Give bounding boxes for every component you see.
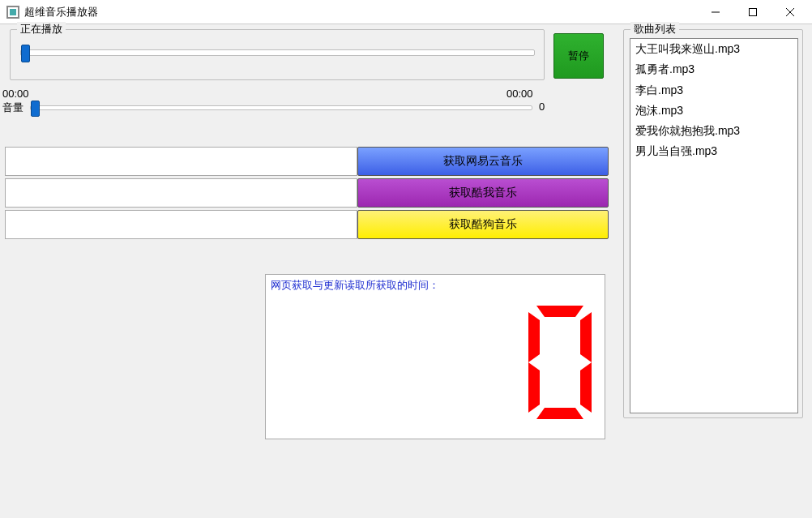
source-input-kuwo[interactable] bbox=[5, 178, 357, 208]
time-elapsed: 00:00 bbox=[2, 88, 29, 100]
list-item[interactable]: 爱我你就抱抱我.mp3 bbox=[630, 121, 797, 141]
fetch-kuwo-label: 获取酷我音乐 bbox=[449, 186, 517, 200]
list-item[interactable]: 泡沫.mp3 bbox=[630, 101, 797, 121]
svg-line-2 bbox=[786, 8, 794, 16]
app-icon bbox=[6, 6, 19, 19]
list-item[interactable]: 男儿当自强.mp3 bbox=[630, 141, 797, 161]
time-total: 00:00 bbox=[506, 88, 533, 100]
svg-marker-8 bbox=[580, 362, 592, 413]
list-item[interactable]: 大王叫我来巡山.mp3 bbox=[630, 39, 797, 59]
source-input-netease[interactable] bbox=[5, 147, 357, 176]
window-controls bbox=[697, 1, 809, 24]
timer-caption: 网页获取与更新读取所获取的时间： bbox=[271, 278, 439, 293]
source-input-kugou[interactable] bbox=[5, 210, 357, 239]
titlebar: 超维音乐播放器 bbox=[0, 0, 812, 24]
playback-progress-slider[interactable] bbox=[20, 49, 535, 56]
volume-slider-handle[interactable] bbox=[31, 101, 40, 117]
fetch-kugou-button[interactable]: 获取酷狗音乐 bbox=[357, 210, 609, 239]
minimize-button[interactable] bbox=[697, 1, 734, 24]
list-item[interactable]: 孤勇者.mp3 bbox=[630, 59, 797, 79]
svg-rect-1 bbox=[750, 8, 757, 15]
timer-panel: 网页获取与更新读取所获取的时间： bbox=[265, 274, 605, 439]
lcd-digit-display bbox=[525, 304, 595, 421]
now-playing-legend: 正在播放 bbox=[17, 22, 66, 36]
now-playing-group: 正在播放 bbox=[10, 29, 545, 80]
svg-marker-9 bbox=[536, 408, 583, 419]
fetch-netease-button[interactable]: 获取网易云音乐 bbox=[357, 147, 609, 176]
maximize-button[interactable] bbox=[734, 1, 771, 24]
client-area: 正在播放 暂停 00:00 00:00 音量 0 获取网易云音乐 获取酷我音乐 … bbox=[0, 24, 812, 518]
fetch-netease-label: 获取网易云音乐 bbox=[443, 154, 523, 169]
svg-marker-7 bbox=[528, 362, 540, 413]
svg-marker-5 bbox=[528, 312, 540, 362]
volume-label: 音量 bbox=[2, 101, 24, 115]
fetch-kuwo-button[interactable]: 获取酷我音乐 bbox=[357, 178, 609, 208]
svg-marker-4 bbox=[536, 306, 583, 317]
list-item[interactable]: 李白.mp3 bbox=[630, 80, 797, 101]
fetch-kugou-label: 获取酷狗音乐 bbox=[449, 217, 517, 232]
svg-marker-6 bbox=[580, 312, 592, 362]
svg-line-3 bbox=[786, 8, 794, 16]
close-button[interactable] bbox=[771, 1, 809, 24]
playback-progress-handle[interactable] bbox=[21, 45, 30, 62]
pause-button[interactable]: 暂停 bbox=[553, 33, 604, 79]
playlist-group: 歌曲列表 大王叫我来巡山.mp3 孤勇者.mp3 李白.mp3 泡沫.mp3 爱… bbox=[623, 29, 803, 418]
window-title: 超维音乐播放器 bbox=[24, 5, 697, 19]
volume-slider[interactable] bbox=[30, 105, 532, 110]
pause-button-label: 暂停 bbox=[568, 49, 589, 63]
volume-value: 0 bbox=[539, 101, 545, 113]
playlist-listbox[interactable]: 大王叫我来巡山.mp3 孤勇者.mp3 李白.mp3 泡沫.mp3 爱我你就抱抱… bbox=[630, 38, 798, 413]
playlist-legend: 歌曲列表 bbox=[630, 22, 679, 36]
